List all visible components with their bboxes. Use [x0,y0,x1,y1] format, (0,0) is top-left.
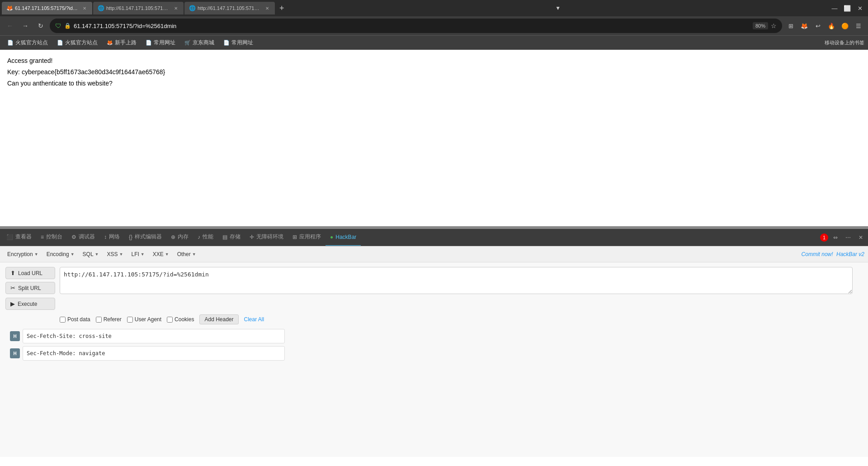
bookmark-3-label: 新手上路 [115,39,137,47]
hackbar-menu-encryption[interactable]: Encryption ▼ [4,249,42,259]
cookies-checkbox[interactable] [167,317,173,323]
sql-label: SQL [83,251,94,257]
split-url-button[interactable]: ✂ Split URL [5,282,55,294]
devtools-tab-network[interactable]: ↕ 网络 [99,229,124,246]
tab-2[interactable]: 🌐 http://61.147.171.105:57175/ind... ✕ [93,2,184,14]
lock-icon: 🔒 [64,23,71,29]
mobile-bookmarks[interactable]: 移动设备上的书签 [825,39,864,46]
back-history-button[interactable]: ↩ [812,20,824,32]
header-1-input[interactable] [23,329,285,343]
restore-button[interactable]: ⬜ [841,2,854,14]
devtools-tab-accessibility[interactable]: ✛ 无障碍环境 [245,229,288,246]
bookmark-star-icon[interactable]: ☆ [771,22,777,29]
cookies-option: Cookies [167,316,194,323]
zoom-level[interactable]: 80% [753,22,768,29]
bookmark-6[interactable]: 📄 常用网址 [220,38,257,48]
execute-button[interactable]: ▶ Execute [5,298,55,310]
tab-1-favicon: 🦊 [6,5,13,11]
bookmark-4[interactable]: 📄 常用网址 [142,38,179,48]
performance-label: 性能 [203,233,213,241]
hackbar-menu-encoding[interactable]: Encoding ▼ [43,249,78,259]
hackbar-menu-bar: Encryption ▼ Encoding ▼ SQL ▼ XSS ▼ LFI … [0,246,868,262]
close-window-button[interactable]: ✕ [854,2,866,14]
access-granted-text: Access granted! [7,55,861,67]
devtools-resize-icon[interactable]: ⇔ [830,232,841,243]
lfi-label: LFI [131,251,139,257]
address-bar[interactable]: 🛡 🔒 61.147.171.105:57175/?id=%2561dmin 8… [50,19,782,33]
post-data-option: Post data [60,316,90,323]
hackbar-icon: ● [330,234,333,240]
performance-icon: ♪ [198,234,200,240]
extensions-button[interactable]: ⊞ [785,20,797,32]
addon1-button[interactable]: 🔥 [826,20,837,32]
bookmark-2[interactable]: 📄 火狐官方站点 [53,38,101,48]
url-display: 61.147.171.105:57175/?id=%2561dmin [74,23,750,29]
load-url-button[interactable]: ⬆ Load URL [5,267,55,279]
devtools-tab-style[interactable]: {} 样式编辑器 [124,229,166,246]
tab-1[interactable]: 🦊 61.147.171.105:57175/?id=%256... ✕ [2,2,92,14]
tab-3[interactable]: 🌐 http://61.147.171.105:57175/ind... ✕ [184,2,275,14]
devtools-tab-storage[interactable]: ▤ 存储 [218,229,245,246]
devtools-tab-inspector[interactable]: ⬛ 查看器 [2,229,36,246]
tab-dropdown-button[interactable]: ▼ [552,5,564,11]
hackbar-menu-other[interactable]: Other ▼ [174,249,200,259]
reload-button[interactable]: ↻ [34,19,47,32]
load-url-label: Load URL [18,270,42,276]
bookmark-3[interactable]: 🦊 新手上路 [103,38,140,48]
tab-2-close[interactable]: ✕ [173,5,179,11]
header-2-input[interactable] [23,346,285,361]
key-text: Key: cyberpeace{b5ff1673ac3e80d34c9f1644… [7,67,861,78]
devtools-tab-console[interactable]: ≡ 控制台 [36,229,67,246]
clear-all-link[interactable]: Clear All [244,316,264,323]
referer-checkbox[interactable] [96,317,102,323]
nav-actions: ⊞ 🦊 ↩ 🔥 🟠 ☰ [785,20,864,32]
devtools-tab-memory[interactable]: ⊕ 内存 [166,229,193,246]
add-header-button[interactable]: Add Header [199,314,238,324]
devtools-tab-apps[interactable]: ⊞ 应用程序 [288,229,326,246]
hackbar-options-row: Post data Referer User Agent Cookies Add… [5,314,863,324]
devtools-tab-debugger[interactable]: ⚙ 调试器 [67,229,99,246]
browser-chrome: 🦊 61.147.171.105:57175/?id=%256... ✕ 🌐 h… [0,0,868,50]
forward-button[interactable]: → [19,19,32,32]
devtools-tab-hackbar[interactable]: ● HackBar [326,229,361,246]
devtools-tab-performance[interactable]: ♪ 性能 [193,229,218,246]
load-url-icon: ⬆ [10,270,15,276]
error-badge[interactable]: 1 [820,233,828,242]
hackbar-menu-xxe[interactable]: XXE ▼ [149,249,173,259]
bookmark-1[interactable]: 📄 火狐官方站点 [4,38,52,48]
minimize-button[interactable]: — [828,2,841,14]
question-text: Can you anthenticate to this website? [7,78,861,89]
header-2-badge: H [10,348,20,358]
firefox-account-button[interactable]: 🦊 [798,20,810,32]
header-1-badge: H [10,331,20,341]
split-url-label: Split URL [18,285,41,291]
hackbar-menu-sql[interactable]: SQL ▼ [79,249,103,259]
back-button[interactable]: ← [4,19,16,32]
page-content: Access granted! Key: cyberpeace{b5ff1673… [0,50,868,226]
menu-button[interactable]: ☰ [853,20,864,32]
memory-label: 内存 [178,233,189,241]
nav-bar: ← → ↻ 🛡 🔒 61.147.171.105:57175/?id=%2561… [0,16,868,35]
devtools-tab-bar: ⬛ 查看器 ≡ 控制台 ⚙ 调试器 ↕ 网络 {} 样式编辑器 ⊕ 内存 ♪ 性… [0,229,868,246]
bookmark-5[interactable]: 🛒 京东商城 [181,38,218,48]
devtools-more-button[interactable]: ⋯ [843,232,854,243]
tab-3-close[interactable]: ✕ [264,5,270,11]
storage-icon: ▤ [222,234,227,240]
hackbar-url-input[interactable] [60,267,853,294]
hackbar-menu-lfi[interactable]: LFI ▼ [127,249,148,259]
encoding-arrow-icon: ▼ [71,252,75,257]
bookmark-6-label: 常用网址 [231,39,253,47]
post-data-checkbox[interactable] [60,317,66,323]
addon2-button[interactable]: 🟠 [839,20,851,32]
new-tab-button[interactable]: + [276,4,288,13]
user-agent-checkbox[interactable] [127,317,133,323]
bookmark-4-label: 常用网址 [154,39,175,47]
hackbar-menu-xss[interactable]: XSS ▼ [104,249,127,259]
hackbar-label: HackBar [335,234,356,240]
devtools-close-button[interactable]: ✕ [855,232,866,243]
bookmark-2-label: 火狐官方站点 [65,39,98,47]
referer-option: Referer [96,316,122,323]
tab-1-close[interactable]: ✕ [81,5,88,11]
user-agent-option: User Agent [127,316,161,323]
error-count: 1 [823,235,826,240]
